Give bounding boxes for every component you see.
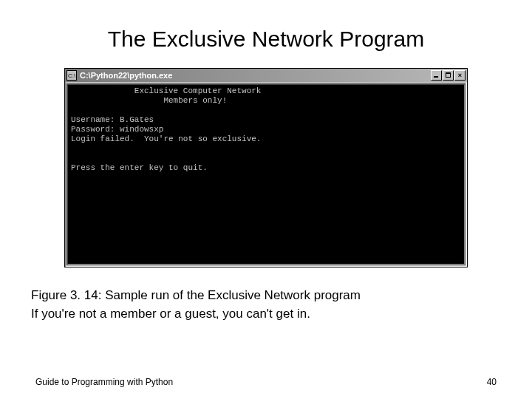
maximize-button[interactable] — [443, 70, 454, 81]
app-icon: C:\ — [66, 70, 77, 81]
window-title: C:\Python22\python.exe — [80, 71, 431, 80]
figure-description: If you're not a member or a guest, you c… — [31, 305, 497, 324]
footer-text: Guide to Programming with Python — [35, 377, 173, 387]
slide-title: The Exclusive Network Program — [35, 27, 497, 52]
minimize-button[interactable] — [431, 70, 442, 81]
console-window: C:\ C:\Python22\python.exe × Exclusive C… — [64, 68, 468, 267]
figure-caption: Figure 3. 14: Sample run of the Exclusiv… — [31, 287, 497, 323]
slide-footer: Guide to Programming with Python 40 — [35, 377, 497, 387]
close-button[interactable]: × — [454, 70, 466, 81]
window-titlebar[interactable]: C:\ C:\Python22\python.exe × — [65, 69, 467, 82]
window-controls: × — [431, 70, 466, 81]
figure-label: Figure 3. 14: Sample run of the Exclusiv… — [31, 288, 361, 302]
page-number: 40 — [487, 377, 497, 387]
slide: The Exclusive Network Program C:\ C:\Pyt… — [0, 0, 532, 399]
console-output: Exclusive Computer Network Members only!… — [66, 83, 466, 265]
